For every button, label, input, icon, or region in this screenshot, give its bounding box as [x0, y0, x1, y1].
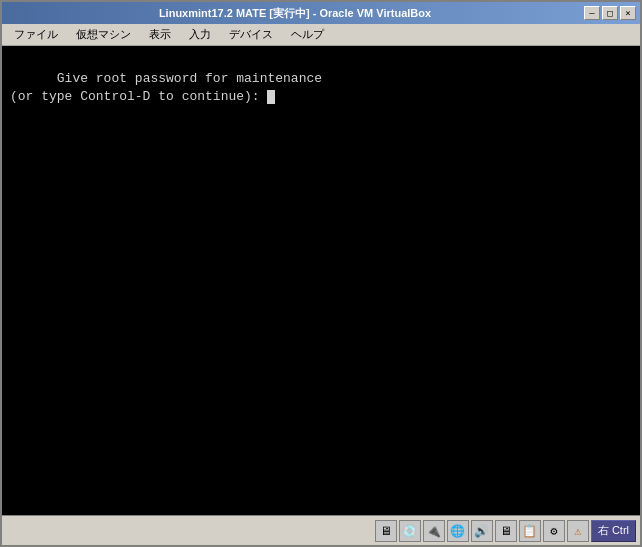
status-bar: 🖥 💿 🔌 🌐 🔊 🖥 📋 ⚙ ⚠ 右 Ctrl: [2, 515, 640, 545]
window-controls: – □ ×: [584, 6, 636, 20]
menu-bar: ファイル 仮想マシン 表示 入力 デバイス ヘルプ: [2, 24, 640, 46]
minimize-button[interactable]: –: [584, 6, 600, 20]
warning-icon[interactable]: ⚠: [567, 520, 589, 542]
terminal-screen[interactable]: Give root password for maintenance (or t…: [2, 46, 640, 515]
menu-devices[interactable]: デバイス: [221, 25, 281, 44]
display2-icon[interactable]: 🖥: [495, 520, 517, 542]
audio-icon[interactable]: 🔊: [471, 520, 493, 542]
virtualbox-window: Linuxmint17.2 MATE [実行中] - Oracle VM Vir…: [0, 0, 642, 547]
maximize-button[interactable]: □: [602, 6, 618, 20]
title-bar: Linuxmint17.2 MATE [実行中] - Oracle VM Vir…: [2, 2, 640, 24]
menu-input[interactable]: 入力: [181, 25, 219, 44]
menu-file[interactable]: ファイル: [6, 25, 66, 44]
right-ctrl-button[interactable]: 右 Ctrl: [591, 520, 636, 542]
monitor-icon[interactable]: 🖥: [375, 520, 397, 542]
settings-icon[interactable]: ⚙: [543, 520, 565, 542]
menu-machine[interactable]: 仮想マシン: [68, 25, 139, 44]
menu-view[interactable]: 表示: [141, 25, 179, 44]
close-button[interactable]: ×: [620, 6, 636, 20]
usb-icon[interactable]: 🔌: [423, 520, 445, 542]
clipboard-icon[interactable]: 📋: [519, 520, 541, 542]
cd-icon[interactable]: 💿: [399, 520, 421, 542]
terminal-line2: (or type Control-D to continue):: [10, 89, 267, 104]
terminal-output: Give root password for maintenance (or t…: [10, 52, 632, 125]
terminal-line1: Give root password for maintenance: [57, 71, 322, 86]
network-icon[interactable]: 🌐: [447, 520, 469, 542]
terminal-cursor: [267, 90, 275, 104]
window-title: Linuxmint17.2 MATE [実行中] - Oracle VM Vir…: [6, 6, 584, 21]
menu-help[interactable]: ヘルプ: [283, 25, 332, 44]
